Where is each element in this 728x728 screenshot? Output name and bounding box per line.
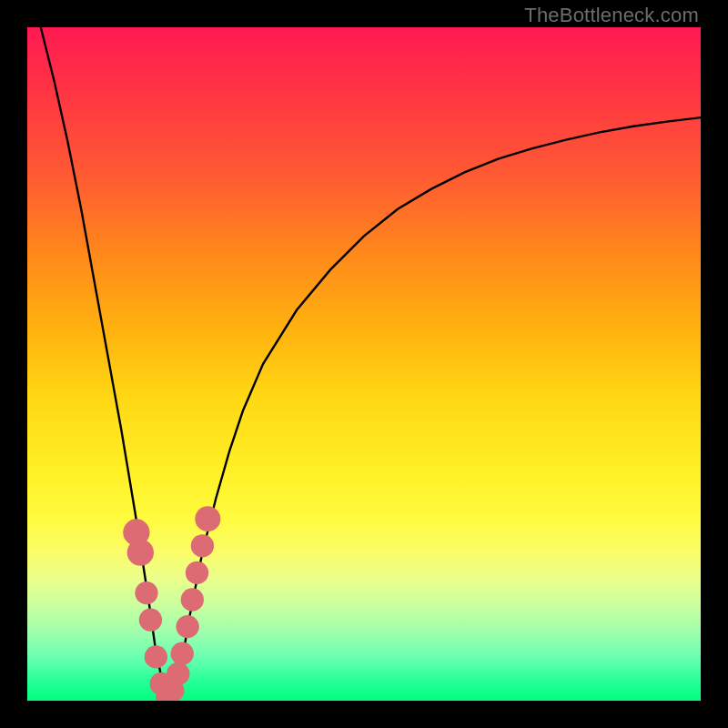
data-marker (186, 561, 208, 584)
data-marker (145, 645, 167, 668)
data-marker (135, 581, 157, 604)
curve-svg (27, 27, 701, 701)
watermark-text: TheBottleneck.com (524, 4, 699, 27)
chart-frame: TheBottleneck.com (0, 0, 728, 728)
plot-area (27, 27, 701, 701)
data-marker (176, 615, 198, 638)
data-marker (181, 588, 204, 611)
data-marker (171, 642, 194, 665)
data-marker (139, 609, 162, 632)
data-marker (191, 534, 214, 557)
data-marker (167, 662, 189, 685)
data-marker (195, 506, 220, 531)
data-marker (127, 540, 154, 566)
marker-group (123, 506, 220, 701)
